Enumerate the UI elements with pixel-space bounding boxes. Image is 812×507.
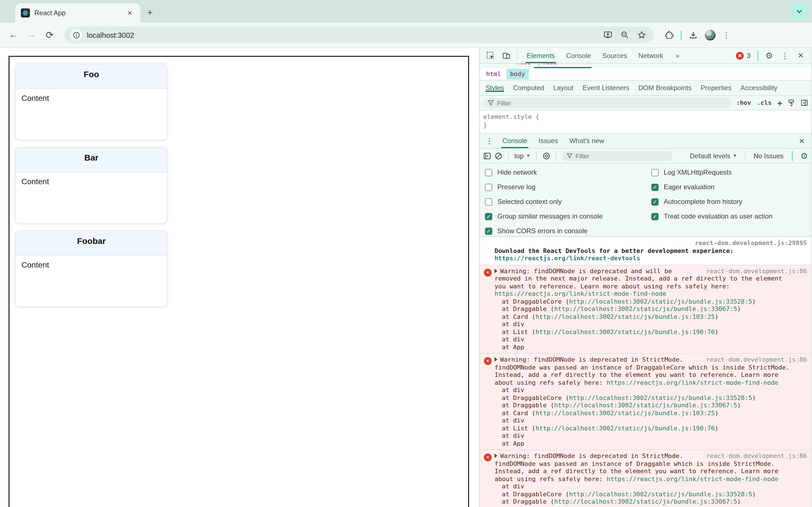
site-info-icon[interactable]	[70, 29, 82, 41]
draggable-card[interactable]: Bar Content	[15, 147, 167, 224]
stack-frame-link[interactable]: http://localhost:3002/static/js/bundle.j…	[536, 409, 715, 416]
card-title[interactable]: Bar	[16, 148, 167, 172]
clear-console-icon[interactable]	[495, 152, 502, 160]
drawer-tab[interactable]: Issues	[533, 133, 564, 148]
downloads-icon[interactable]	[689, 30, 698, 40]
console-filter[interactable]	[562, 151, 672, 161]
forward-button[interactable]: →	[24, 27, 40, 43]
checkbox-icon[interactable]: ✓	[651, 198, 659, 205]
source-location-link[interactable]: react-dom.development.js:86	[706, 267, 807, 275]
console-filter-input[interactable]	[575, 152, 668, 159]
tab-close-icon[interactable]: ✕	[125, 8, 135, 18]
elements-subtab[interactable]: DOM Breakpoints	[634, 84, 696, 92]
stack-frame-link[interactable]: http://localhost:3002/static/js/bundle.j…	[554, 305, 737, 313]
source-location-link[interactable]: react-dom.development.js:86	[706, 356, 807, 363]
drawer-menu-icon[interactable]: ⋮	[482, 133, 497, 148]
checkbox-icon[interactable]: ✓	[651, 169, 659, 176]
drawer-tab[interactable]: Console	[497, 133, 533, 148]
url-input[interactable]	[87, 31, 599, 39]
breadcrumb-html[interactable]: html	[482, 69, 505, 79]
bookmark-star-icon[interactable]	[637, 31, 646, 40]
elements-subtab[interactable]: Styles	[481, 84, 508, 92]
console-link[interactable]: https://reactjs.org/link/strict-mode-fin…	[606, 475, 778, 483]
draggable-card[interactable]: Foo Content	[15, 64, 167, 140]
expand-arrow-icon[interactable]	[495, 453, 497, 458]
context-selector[interactable]: top ▼	[514, 152, 530, 160]
styles-filter-input[interactable]	[497, 100, 727, 106]
checkbox-icon[interactable]: ✓	[651, 213, 659, 220]
drawer-tab[interactable]: What's new	[564, 133, 610, 148]
console-link[interactable]: https://reactjs.org/link/strict-mode-fin…	[606, 379, 778, 386]
checkbox-icon[interactable]: ✓	[485, 183, 492, 191]
devtools-settings-icon[interactable]: ⚙	[762, 48, 776, 63]
elements-subtab[interactable]: Event Listeners	[578, 84, 633, 92]
stack-frame-link[interactable]: http://localhost:3002/static/js/bundle.j…	[569, 394, 752, 401]
card-title[interactable]: Foo	[16, 64, 167, 89]
styles-filter[interactable]	[483, 98, 732, 108]
checkbox-icon[interactable]: ✓	[651, 183, 659, 191]
expand-arrow-icon[interactable]	[495, 269, 497, 273]
stack-frame-link[interactable]: http://localhost:3002/static/js/bundle.j…	[536, 425, 715, 432]
more-tabs-icon[interactable]: »	[670, 52, 685, 59]
stack-frame-link[interactable]: http://localhost:3002/static/js/bundle.j…	[569, 490, 752, 498]
source-location-link[interactable]: react-dom.development.js:29895	[695, 239, 807, 247]
elements-subtab[interactable]: Layout	[549, 84, 578, 92]
console-link[interactable]: https://reactjs.org/link/strict-mode-fin…	[495, 290, 666, 297]
stack-frame-link[interactable]: http://localhost:3002/static/js/bundle.j…	[554, 402, 737, 409]
console-settings-icon[interactable]: ⚙	[801, 151, 808, 161]
console-setting[interactable]: ✓ Group similar messages in console	[485, 212, 651, 221]
browser-tab[interactable]: React App ✕	[15, 3, 140, 22]
console-sidebar-icon[interactable]	[483, 152, 491, 160]
toggle-class-button[interactable]: .cls	[757, 99, 772, 107]
elements-subtab[interactable]: Properties	[696, 84, 736, 92]
devtools-menu-icon[interactable]: ⋮	[777, 48, 792, 63]
profile-avatar[interactable]	[705, 30, 716, 40]
zoom-out-icon[interactable]	[620, 31, 629, 40]
browser-menu-icon[interactable]: ⋮	[722, 31, 730, 40]
console-setting[interactable]: ✓ Hide network	[485, 168, 651, 177]
live-expression-icon[interactable]	[542, 152, 550, 160]
inspect-element-icon[interactable]	[483, 48, 498, 63]
stack-frame-link[interactable]: http://localhost:3002/static/js/bundle.j…	[554, 498, 737, 505]
devtools-close-icon[interactable]: ✕	[794, 48, 808, 63]
console-link[interactable]: https://reactjs.org/link/react-devtools	[495, 255, 640, 262]
console-setting[interactable]: ✓ Eager evaluation	[651, 182, 772, 191]
devtools-tab[interactable]: Elements	[521, 48, 560, 63]
log-levels-dropdown[interactable]: Default levels ▼	[690, 152, 737, 160]
extensions-icon[interactable]	[664, 30, 674, 40]
address-bar[interactable]	[64, 26, 654, 43]
new-tab-button[interactable]: +	[147, 7, 153, 19]
drawer-close-icon[interactable]: ✕	[795, 133, 809, 148]
checkbox-icon[interactable]: ✓	[485, 213, 492, 220]
reload-button[interactable]: ⟳	[42, 27, 57, 43]
checkbox-icon[interactable]: ✓	[485, 227, 492, 235]
elements-subtab[interactable]: Computed	[508, 84, 549, 92]
device-toolbar-icon[interactable]	[499, 48, 514, 63]
stack-frame-link[interactable]: http://localhost:3002/static/js/bundle.j…	[536, 328, 715, 335]
breadcrumb-body[interactable]: body	[506, 69, 529, 79]
devtools-tab[interactable]: Sources	[597, 48, 633, 63]
error-counter[interactable]: ✕ 3	[736, 52, 751, 59]
rendering-brush-icon[interactable]	[788, 99, 795, 107]
elements-subtab[interactable]: Accessibility	[736, 84, 782, 92]
toggle-hover-button[interactable]: :hov	[736, 99, 751, 107]
console-setting[interactable]: ✓ Log XMLHttpRequests	[651, 168, 772, 177]
console-setting[interactable]: ✓ Show CORS errors in console	[485, 226, 651, 235]
stack-frame-link[interactable]: http://localhost:3002/static/js/bundle.j…	[569, 298, 752, 305]
sidebar-layout-icon[interactable]	[801, 99, 808, 107]
devtools-tab[interactable]: Network	[633, 48, 669, 63]
new-rule-button[interactable]: +	[777, 98, 782, 107]
expand-arrow-icon[interactable]	[495, 357, 497, 362]
console-setting[interactable]: ✓ Selected context only	[485, 197, 651, 206]
draggable-card[interactable]: Foobar Content	[15, 230, 167, 307]
card-title[interactable]: Foobar	[16, 231, 167, 256]
install-app-icon[interactable]	[603, 31, 612, 40]
stack-frame-link[interactable]: http://localhost:3002/static/js/bundle.j…	[536, 313, 715, 320]
devtools-tab[interactable]: Console	[560, 48, 597, 63]
issues-status[interactable]: No Issues	[753, 152, 783, 160]
console-setting[interactable]: ✓ Autocomplete from history	[651, 197, 772, 206]
console-setting[interactable]: ✓ Preserve log	[485, 182, 651, 191]
console-setting[interactable]: ✓ Treat code evaluation as user action	[651, 212, 772, 221]
checkbox-icon[interactable]: ✓	[485, 198, 492, 205]
element-style-rule[interactable]: element.style { }	[480, 110, 811, 133]
